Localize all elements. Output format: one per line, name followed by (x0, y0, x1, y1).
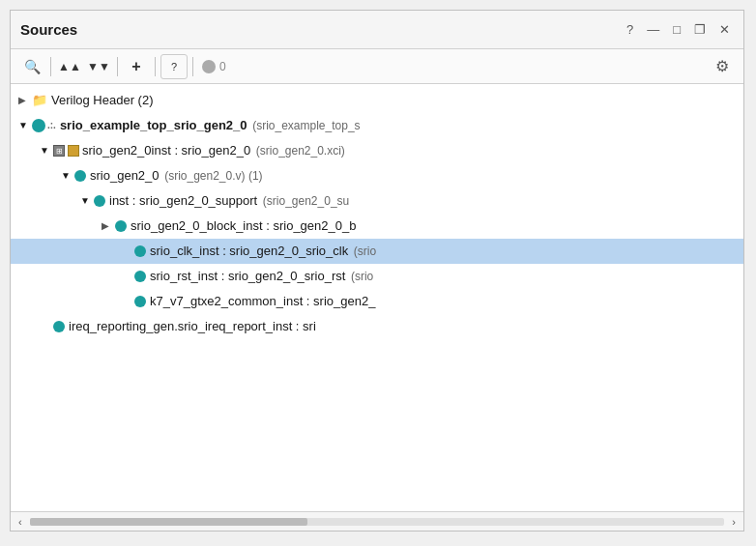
horizontal-scrollbar-thumb[interactable] (30, 518, 307, 526)
inst-srio-gen2-0-support-label: inst : srio_gen2_0_support (srio_gen2_0_… (109, 190, 349, 212)
teal-dot-k7-icon (134, 296, 146, 307)
add-button[interactable]: + (123, 54, 150, 79)
srio-gen2-0-inst-label: srio_gen2_0inst : srio_gen2_0 (srio_gen2… (82, 140, 345, 161)
block-icon (68, 145, 79, 157)
separator-2 (117, 57, 118, 76)
badge-count: 0 (219, 60, 226, 73)
toggle-srio-gen2-0[interactable]: ▼ (61, 165, 74, 187)
scroll-left-arrow[interactable]: ‹ (15, 516, 26, 528)
float-control[interactable]: ❐ (690, 20, 710, 39)
badge-container: 0 (198, 60, 230, 73)
tree-item-srio-gen2-0[interactable]: ▼ srio_gen2_0 (srio_gen2_0.v) (1) (11, 163, 743, 188)
tree-item-srio-clk-inst[interactable]: srio_clk_inst : srio_gen2_0_srio_clk (sr… (11, 239, 743, 264)
teal-dot-rst-inst-icon (134, 271, 146, 282)
add-icon: + (131, 58, 140, 75)
toolbar: 🔍 ▲▲ ▼▼ + ? 0 ⚙ (11, 49, 743, 84)
srio-clk-inst-label: srio_clk_inst : srio_gen2_0_srio_clk (sr… (150, 241, 376, 262)
toggle-inst-srio-gen2-0-support[interactable]: ▼ (80, 190, 94, 212)
title-bar: Sources ? — □ ❐ ✕ (11, 11, 743, 49)
question-icon: ? (171, 61, 177, 72)
tree-item-verilog-header[interactable]: ▶ 📁 Verilog Header (2) (11, 88, 743, 113)
srio-gen2-0-block-inst-label: srio_gen2_0_block_inst : srio_gen2_0_b (131, 216, 356, 237)
teal-dot-ireq-icon (53, 321, 65, 332)
tree-item-k7-v7-gtxe2-common-inst[interactable]: k7_v7_gtxe2_common_inst : srio_gen2_ (11, 289, 743, 314)
teal-dot-block-inst-icon (115, 220, 127, 232)
badge-dot-icon (202, 60, 216, 73)
design-icon: .:. (47, 115, 56, 136)
srio-rst-inst-label: srio_rst_inst : srio_gen2_0_srio_rst (sr… (150, 266, 373, 287)
bottom-bar: ‹ › (11, 511, 743, 531)
sources-panel: Sources ? — □ ❐ ✕ 🔍 ▲▲ ▼▼ + ? 0 (10, 10, 744, 532)
question-button[interactable]: ? (160, 54, 188, 79)
verilog-header-label: Verilog Header (2) (51, 90, 154, 111)
separator-4 (192, 57, 193, 76)
tree-item-srio-gen2-0-inst[interactable]: ▼ ⊞ srio_gen2_0inst : srio_gen2_0 (srio_… (11, 138, 743, 163)
folder-icon: 📁 (32, 90, 47, 111)
toggle-srio-gen2-0-inst[interactable]: ▼ (40, 140, 53, 161)
tree-item-srio-example-top[interactable]: ▼ .:. srio_example_top_srio_gen2_0 (srio… (11, 113, 743, 138)
toggle-verilog-header[interactable]: ▶ (18, 90, 32, 111)
teal-dot-icon (32, 119, 45, 132)
separator-1 (50, 57, 51, 76)
ireq-reporting-gen-label: ireq_reporting_gen.srio_ireq_report_inst… (69, 316, 316, 337)
toggle-srio-gen2-0-block-inst[interactable]: ▶ (102, 216, 115, 237)
window-controls: ? — □ ❐ ✕ (623, 20, 734, 39)
tree-item-inst-srio-gen2-0-support[interactable]: ▼ inst : srio_gen2_0_support (srio_gen2_… (11, 188, 743, 214)
collapse-all-icon: ▲▲ (58, 60, 81, 73)
teal-dot-srio-gen2-0-icon (74, 170, 86, 182)
collapse-all-button[interactable]: ▲▲ (56, 54, 83, 79)
expand-all-icon: ▼▼ (87, 60, 110, 73)
search-icon: 🔍 (24, 59, 41, 74)
k7-v7-gtxe2-common-inst-label: k7_v7_gtxe2_common_inst : srio_gen2_ (150, 291, 375, 312)
tree-item-ireq-reporting-gen[interactable]: ireq_reporting_gen.srio_ireq_report_inst… (11, 314, 743, 339)
tree-item-srio-gen2-0-block-inst[interactable]: ▶ srio_gen2_0_block_inst : srio_gen2_0_b (11, 214, 743, 239)
gear-icon: ⚙ (715, 57, 729, 75)
expand-all-button[interactable]: ▼▼ (85, 54, 112, 79)
maximize-control[interactable]: □ (669, 20, 684, 39)
teal-dot-clk-inst-icon (134, 245, 146, 257)
teal-dot-inst-icon (94, 195, 105, 207)
xci-icon: ⊞ (53, 145, 65, 157)
composite-icon: .:. (32, 115, 56, 136)
tree-container[interactable]: ▶ 📁 Verilog Header (2) ▼ .:. srio_exampl… (11, 84, 743, 511)
separator-3 (155, 57, 156, 76)
minimize-control[interactable]: — (643, 20, 663, 39)
srio-example-top-label: srio_example_top_srio_gen2_0 (srio_examp… (60, 115, 361, 136)
panel-title: Sources (20, 21, 77, 38)
srio-gen2-0-label: srio_gen2_0 (srio_gen2_0.v) (1) (90, 165, 263, 187)
toggle-srio-example-top[interactable]: ▼ (18, 115, 32, 136)
help-control[interactable]: ? (623, 20, 637, 39)
close-control[interactable]: ✕ (715, 20, 734, 39)
scroll-right-arrow[interactable]: › (728, 516, 740, 528)
tree-item-srio-rst-inst[interactable]: srio_rst_inst : srio_gen2_0_srio_rst (sr… (11, 264, 743, 289)
search-button[interactable]: 🔍 (18, 54, 45, 79)
gear-button[interactable]: ⚙ (709, 54, 736, 79)
